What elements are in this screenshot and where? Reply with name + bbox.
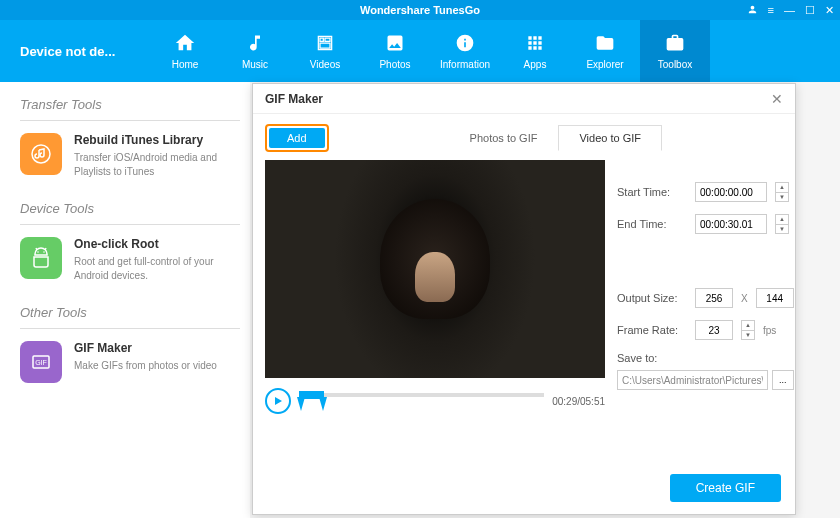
svg-point-1 [37, 251, 39, 253]
video-column: 00:29/05:51 [265, 160, 605, 414]
frame-rate-spinner[interactable]: ▲▼ [741, 320, 755, 340]
nav-label: Toolbox [658, 59, 692, 70]
app-title: Wondershare TunesGo [360, 4, 480, 16]
play-button[interactable] [265, 388, 291, 414]
nav-photos[interactable]: Photos [360, 20, 430, 82]
tool-rebuild-itunes[interactable]: Rebuild iTunes Library Transfer iOS/Andr… [20, 133, 250, 179]
timeline[interactable] [299, 389, 544, 413]
window-controls: ≡ — ☐ ✕ [747, 0, 834, 20]
timeline-end-handle[interactable] [319, 397, 327, 411]
tab-row: Add Photos to GIF Video to GIF [265, 124, 783, 152]
gif-maker-dialog: GIF Maker ✕ Add Photos to GIF Video to G… [252, 83, 796, 515]
spinner-down-icon[interactable]: ▼ [742, 331, 754, 340]
user-icon[interactable] [747, 4, 758, 17]
videos-icon [314, 32, 336, 54]
frame-rate-input[interactable] [695, 320, 733, 340]
save-path-input[interactable] [617, 370, 768, 390]
itunes-icon [20, 133, 62, 175]
start-time-row: Start Time: ▲▼ [617, 182, 794, 202]
playback-controls: 00:29/05:51 [265, 388, 605, 414]
nav-information[interactable]: Information [430, 20, 500, 82]
nav-label: Videos [310, 59, 340, 70]
spinner-up-icon[interactable]: ▲ [742, 321, 754, 331]
browse-button[interactable]: ... [772, 370, 794, 390]
tool-text: Rebuild iTunes Library Transfer iOS/Andr… [74, 133, 240, 179]
main-row: 00:29/05:51 Start Time: ▲▼ End Time: ▲▼ … [265, 160, 783, 414]
gif-icon: GIF [20, 341, 62, 383]
fps-label: fps [763, 325, 776, 336]
end-time-row: End Time: ▲▼ [617, 214, 794, 234]
tab-photos-to-gif[interactable]: Photos to GIF [449, 125, 559, 151]
nav-apps[interactable]: Apps [500, 20, 570, 82]
x-separator: X [741, 293, 748, 304]
android-icon [20, 237, 62, 279]
dialog-title: GIF Maker [265, 92, 323, 106]
device-status[interactable]: Device not de... [0, 44, 150, 59]
timeline-track [299, 393, 544, 397]
create-gif-button[interactable]: Create GIF [670, 474, 781, 502]
tool-gif-maker[interactable]: GIF GIF Maker Make GIFs from photos or v… [20, 341, 250, 383]
spinner-down-icon[interactable]: ▼ [776, 193, 788, 202]
nav-toolbox[interactable]: Toolbox [640, 20, 710, 82]
tool-desc: Transfer iOS/Android media and Playlists… [74, 151, 240, 179]
video-preview[interactable] [265, 160, 605, 378]
start-time-spinner[interactable]: ▲▼ [775, 182, 789, 202]
music-icon [244, 32, 266, 54]
nav-label: Photos [379, 59, 410, 70]
nav-home[interactable]: Home [150, 20, 220, 82]
frame-rate-row: Frame Rate: ▲▼ fps [617, 320, 794, 340]
section-other-title: Other Tools [20, 305, 240, 329]
apps-icon [524, 32, 546, 54]
menu-icon[interactable]: ≡ [768, 4, 774, 16]
time-display: 00:29/05:51 [552, 396, 605, 407]
nav-music[interactable]: Music [220, 20, 290, 82]
spinner-up-icon[interactable]: ▲ [776, 215, 788, 225]
topbar: Device not de... Home Music Videos Photo… [0, 20, 840, 82]
nav-label: Explorer [586, 59, 623, 70]
nav-label: Music [242, 59, 268, 70]
end-time-input[interactable] [695, 214, 767, 234]
tool-text: GIF Maker Make GIFs from photos or video [74, 341, 217, 383]
width-input[interactable] [695, 288, 733, 308]
sidebar: Transfer Tools Rebuild iTunes Library Tr… [0, 82, 250, 518]
toolbox-icon [664, 32, 686, 54]
folder-icon [594, 32, 616, 54]
dialog-header: GIF Maker ✕ [253, 84, 795, 114]
tool-desc: Root and get full-control of your Androi… [74, 255, 240, 283]
end-time-label: End Time: [617, 218, 687, 230]
maximize-icon[interactable]: ☐ [805, 4, 815, 17]
nav-videos[interactable]: Videos [290, 20, 360, 82]
tool-desc: Make GIFs from photos or video [74, 359, 217, 373]
section-device-title: Device Tools [20, 201, 240, 225]
nav-label: Information [440, 59, 490, 70]
start-time-input[interactable] [695, 182, 767, 202]
section-transfer-title: Transfer Tools [20, 97, 240, 121]
tool-text: One-click Root Root and get full-control… [74, 237, 240, 283]
timeline-start-handle[interactable] [297, 397, 305, 411]
add-button[interactable]: Add [269, 128, 325, 148]
height-input[interactable] [756, 288, 794, 308]
close-icon[interactable]: ✕ [825, 4, 834, 17]
save-to-label: Save to: [617, 352, 794, 364]
nav-label: Apps [524, 59, 547, 70]
output-size-label: Output Size: [617, 292, 687, 304]
end-time-spinner[interactable]: ▲▼ [775, 214, 789, 234]
dialog-body: Add Photos to GIF Video to GIF [253, 114, 795, 424]
nav: Home Music Videos Photos Information App… [150, 20, 840, 82]
photos-icon [384, 32, 406, 54]
minimize-icon[interactable]: — [784, 4, 795, 16]
tool-one-click-root[interactable]: One-click Root Root and get full-control… [20, 237, 250, 283]
output-size-row: Output Size: X [617, 288, 794, 308]
home-icon [174, 32, 196, 54]
start-time-label: Start Time: [617, 186, 687, 198]
close-icon[interactable]: ✕ [771, 91, 783, 107]
video-frame-image [265, 160, 605, 378]
spinner-up-icon[interactable]: ▲ [776, 183, 788, 193]
nav-explorer[interactable]: Explorer [570, 20, 640, 82]
tab-video-to-gif[interactable]: Video to GIF [558, 125, 662, 151]
tool-title: GIF Maker [74, 341, 217, 355]
svg-text:GIF: GIF [35, 359, 47, 366]
spinner-down-icon[interactable]: ▼ [776, 225, 788, 234]
settings-column: Start Time: ▲▼ End Time: ▲▼ Output Size:… [617, 160, 794, 414]
svg-point-2 [43, 251, 45, 253]
